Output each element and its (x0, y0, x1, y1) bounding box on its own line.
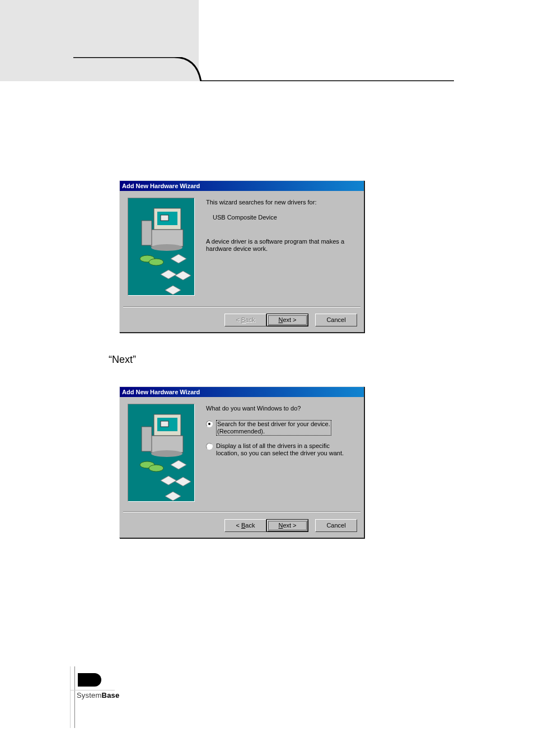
svg-rect-5 (142, 221, 152, 245)
device-name: USB Composite Device (213, 214, 356, 221)
svg-marker-9 (161, 270, 176, 279)
button-row: < Back Next > Cancel (224, 314, 357, 326)
dialog-body: What do you want Windows to do? Search f… (120, 397, 364, 468)
cancel-button[interactable]: Cancel (315, 519, 357, 532)
svg-rect-3 (151, 230, 183, 246)
footer-rule-inner (74, 666, 75, 728)
option-display-list[interactable]: Display a list of all the drivers in a s… (206, 442, 356, 457)
footer-brand: SystemBase (77, 691, 119, 699)
svg-marker-22 (175, 477, 191, 486)
svg-point-7 (149, 259, 163, 265)
next-button[interactable]: Next > (266, 314, 308, 326)
svg-marker-11 (165, 286, 181, 295)
divider (123, 511, 360, 512)
option-search-best-driver[interactable]: Search for the best driver for your devi… (206, 420, 356, 436)
svg-marker-8 (171, 254, 186, 263)
svg-marker-20 (171, 460, 186, 469)
header-curve (73, 57, 454, 81)
hardware-wizard-dialog-1: Add New Hardware Wizard (119, 180, 364, 333)
brand-light: System (77, 691, 102, 699)
option-label: Search for the best driver for your devi… (216, 420, 331, 436)
radio-icon[interactable] (206, 443, 213, 450)
radio-icon[interactable] (206, 421, 213, 427)
page-header (0, 0, 534, 81)
svg-rect-15 (151, 436, 183, 452)
back-button[interactable]: < Back (224, 519, 266, 532)
hardware-wizard-dialog-2: Add New Hardware Wizard What do you want… (119, 386, 364, 538)
svg-point-19 (149, 465, 163, 472)
footer-hline (70, 690, 115, 690)
button-row: < Back Next > Cancel (224, 519, 357, 532)
svg-point-4 (151, 244, 182, 251)
brand-bold: Base (102, 691, 120, 699)
page-footer: SystemBase (70, 666, 182, 728)
svg-rect-14 (161, 421, 168, 427)
footer-rule-outer (70, 666, 71, 728)
svg-rect-17 (142, 427, 152, 451)
description-text: A device driver is a software program th… (206, 238, 356, 253)
caption-text: “Next” (109, 354, 136, 366)
dialog-body: This wizard searches for new drivers for… (120, 191, 364, 257)
dialog-title: Add New Hardware Wizard (120, 181, 364, 191)
option-label: Display a list of all the drivers in a s… (216, 442, 344, 457)
svg-marker-23 (165, 492, 181, 501)
footer-logo-icon (78, 673, 101, 687)
svg-point-16 (151, 450, 182, 457)
wizard-graphic (128, 404, 195, 502)
svg-marker-10 (175, 271, 191, 280)
wizard-options: What do you want Windows to do? Search f… (206, 404, 356, 457)
question-text: What do you want Windows to do? (206, 405, 356, 412)
intro-text: This wizard searches for new drivers for… (206, 199, 356, 206)
next-button[interactable]: Next > (266, 519, 308, 532)
svg-marker-21 (161, 476, 176, 485)
svg-rect-2 (161, 215, 168, 221)
wizard-text: This wizard searches for new drivers for… (206, 198, 356, 253)
wizard-graphic (128, 198, 195, 296)
divider (123, 306, 360, 307)
back-button: < Back (224, 314, 266, 326)
cancel-button[interactable]: Cancel (315, 314, 357, 326)
dialog-title: Add New Hardware Wizard (120, 387, 364, 397)
